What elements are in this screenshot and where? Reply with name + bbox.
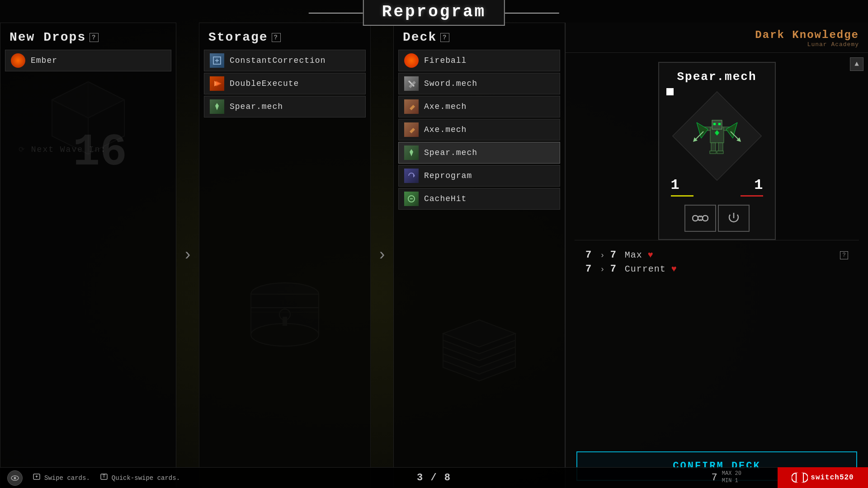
swipe-label: Swipe cards.: [44, 474, 90, 482]
card-preview-area: ▲ Spear.mech: [566, 53, 868, 444]
list-item[interactable]: Axe.mech: [398, 96, 560, 117]
stat-right-value: 1: [754, 177, 763, 193]
card-name-reprogram: Reprogram: [424, 171, 472, 180]
storage-info-icon[interactable]: ?: [272, 33, 281, 42]
list-item[interactable]: Reprogram: [398, 165, 560, 187]
max-label: Max: [625, 250, 642, 260]
svg-rect-40: [711, 143, 716, 152]
quick-swipe-icon: [99, 472, 109, 483]
svg-marker-39: [726, 122, 737, 138]
panel-storage: Storage ? ConstantCorrection DoubleExecu…: [199, 23, 371, 488]
current-arrow: ›: [600, 265, 605, 274]
list-item[interactable]: Fireball: [398, 50, 560, 71]
storage-card-list: ConstantCorrection DoubleExecute Spear.m…: [204, 50, 366, 119]
card-name-spear-mech-deck: Spear.mech: [424, 148, 477, 157]
nintendo-text: switch520: [811, 474, 854, 482]
list-item-selected[interactable]: Spear.mech: [398, 142, 560, 164]
storage-header: Storage ?: [199, 23, 370, 50]
svg-marker-12: [215, 103, 219, 110]
double-execute-icon: [210, 76, 224, 91]
stat-bar-left: [671, 195, 693, 197]
card-name-constant-correction: ConstantCorrection: [230, 56, 326, 65]
reprogram-icon: [404, 169, 419, 183]
info-stats: 7 › 7 Max ♥ ? 7 › 7 Current ♥: [575, 240, 859, 286]
new-drops-info-icon[interactable]: ?: [90, 33, 99, 42]
title-box: Reprogram: [363, 0, 505, 26]
power-button[interactable]: [718, 205, 750, 232]
main-layout: New Drops ? Ember ⟳ Next Wave In: 16: [0, 23, 868, 488]
deck-title: Deck: [403, 30, 437, 44]
panel-new-drops: New Drops ? Ember ⟳ Next Wave In: 16: [0, 23, 176, 488]
max-left-value: 7: [585, 249, 594, 261]
dk-title: Dark Knowledge: [575, 29, 859, 41]
spear-mech-sprite: [688, 107, 746, 165]
eye-button[interactable]: [7, 470, 23, 486]
svg-point-51: [14, 477, 16, 479]
axe-mech-1-icon: [404, 99, 419, 114]
svg-rect-42: [710, 151, 716, 154]
max-right-value: 7: [610, 249, 619, 261]
swipe-icon: [32, 472, 42, 483]
spear-mech-deck-icon: [404, 145, 419, 160]
list-item[interactable]: Sword.mech: [398, 73, 560, 94]
current-right-value: 7: [610, 263, 619, 275]
counter-value: 3 / 8: [417, 472, 451, 483]
storage-title: Storage: [208, 30, 268, 44]
swipe-hint: Swipe cards.: [32, 472, 90, 483]
card-name-double-execute: DoubleExecute: [230, 79, 299, 88]
preview-white-square: [666, 88, 674, 95]
chest-bg-icon: [199, 128, 370, 488]
stat-left-value: 1: [671, 177, 679, 193]
card-preview-box: Spear.mech: [658, 62, 776, 240]
list-item[interactable]: DoubleExecute: [204, 73, 366, 94]
deck-info-icon[interactable]: ?: [440, 33, 449, 42]
quick-swipe-hint: Quick-swipe cards.: [99, 472, 180, 483]
svg-marker-54: [35, 475, 38, 477]
arrow-storage-to-deck: ›: [371, 23, 393, 488]
ember-icon: [11, 53, 25, 68]
list-item[interactable]: Axe.mech: [398, 119, 560, 141]
infinity-button[interactable]: [684, 205, 716, 232]
max-heart-icon: ♥: [648, 250, 653, 260]
deck-header: Deck ?: [394, 23, 565, 50]
page-title: Reprogram: [382, 3, 486, 21]
current-stat-row: 7 › 7 Current ♥: [585, 263, 848, 275]
fireball-icon: [404, 53, 419, 68]
list-item[interactable]: ConstantCorrection: [204, 50, 366, 71]
current-heart-icon: ♥: [671, 264, 677, 274]
svg-rect-35: [718, 123, 721, 125]
max-info-icon[interactable]: ?: [840, 251, 848, 259]
svg-marker-22: [410, 149, 413, 156]
bottom-bar: Swipe cards. Quick-swipe cards. 3 / 8 7 …: [0, 467, 868, 488]
list-item[interactable]: Ember: [5, 50, 171, 71]
dk-subtitle: Lunar Academy: [575, 41, 859, 48]
panel-deck: Deck ? Fireball Sword.mech Axe.mech: [393, 23, 565, 488]
dark-knowledge-header: Dark Knowledge Lunar Academy: [566, 23, 868, 53]
stat-bar-right: [741, 195, 763, 197]
nintendo-branding: switch520: [792, 469, 854, 486]
sword-mech-icon: [404, 76, 419, 91]
preview-up-button[interactable]: ▲: [850, 57, 863, 71]
list-item[interactable]: CacheHit: [398, 188, 560, 210]
new-drops-header: New Drops ?: [0, 23, 176, 50]
svg-rect-17: [283, 317, 287, 326]
max-arrow: ›: [600, 251, 605, 260]
new-drops-title: New Drops: [9, 30, 86, 44]
new-drops-card-list: Ember: [5, 50, 171, 73]
current-left-value: 7: [585, 263, 594, 275]
card-name-sword-mech: Sword.mech: [424, 79, 477, 88]
title-bar: Reprogram: [309, 0, 559, 26]
arrow-new-drops-to-storage: ›: [176, 23, 199, 488]
cube-bg-icon: [0, 73, 176, 163]
deck-min: MIN 1: [722, 478, 741, 485]
const-correction-icon: [210, 53, 224, 68]
preview-card-name: Spear.mech: [677, 70, 756, 84]
svg-marker-11: [216, 81, 222, 86]
axe-mech-2-icon: [404, 122, 419, 137]
svg-marker-38: [697, 122, 708, 138]
max-stat-row: 7 › 7 Max ♥ ?: [585, 249, 848, 261]
card-name-ember: Ember: [31, 56, 57, 65]
list-item[interactable]: Spear.mech: [204, 96, 366, 117]
stat-right-group: 1: [741, 177, 763, 197]
svg-rect-43: [717, 151, 723, 154]
